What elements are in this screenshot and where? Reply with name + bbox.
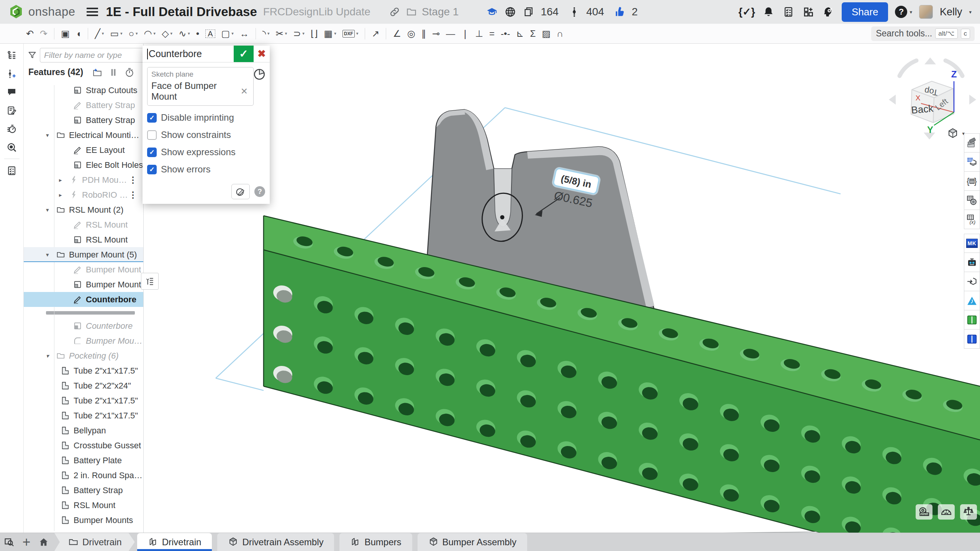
docs-green-icon[interactable] (964, 310, 980, 330)
option-show-constraints[interactable]: Show constraints (147, 130, 265, 140)
ai-advisor-icon[interactable] (822, 5, 835, 18)
chevron-down-icon[interactable]: ▾ (285, 31, 287, 36)
link-icon[interactable] (388, 5, 401, 18)
constraint-coincident-icon[interactable]: ∠ (390, 26, 404, 41)
option-disable-imprinting[interactable]: ✓Disable imprinting (147, 112, 265, 123)
robot-icon[interactable] (964, 253, 980, 272)
chevron-down-icon[interactable]: ▾ (102, 31, 104, 36)
edit-sketch-button[interactable] (231, 184, 250, 199)
chevron-right-icon[interactable]: ▸ (59, 177, 69, 184)
feature-row-electrical-mounting-4[interactable]: ▾Electrical Mounting (4) (24, 128, 143, 143)
user-name[interactable]: Kelly (940, 6, 962, 18)
option-show-expressions[interactable]: ✓Show expressions (147, 147, 265, 157)
performance-icon[interactable] (3, 120, 21, 138)
search-gear-icon[interactable] (3, 138, 21, 156)
constraint-tangent-icon[interactable]: ⊸ (429, 26, 443, 41)
feature-row-roborio-mo[interactable]: ▸RoboRIO Mo...⋮ (24, 187, 143, 202)
workspace-breadcrumb[interactable]: Stage 1 (388, 5, 459, 18)
bom-icon[interactable] (964, 153, 980, 172)
feature-row-strap-cutouts[interactable]: Strap Cutouts (24, 83, 143, 98)
apps-icon[interactable] (802, 5, 815, 18)
feature-row-bumper-mounts[interactable]: Bumper Mounts (24, 513, 143, 528)
constraint-horizontal-icon[interactable]: — (443, 26, 458, 41)
notifications-icon[interactable] (762, 5, 775, 18)
copies-icon[interactable] (522, 5, 535, 18)
comments-icon[interactable] (3, 83, 21, 101)
feature-row-counterbore[interactable]: Counterbore (24, 292, 143, 307)
feature-row-battery-strap[interactable]: Battery Strap (24, 98, 143, 113)
help-menu[interactable]: ? ▾ (895, 6, 912, 18)
measure-icon[interactable]: ↗ (369, 26, 382, 41)
linear-pattern-icon[interactable]: ▦▾ (321, 26, 339, 41)
offset-icon[interactable]: ⊃▾ (290, 26, 308, 41)
feature-script-icon[interactable]: {✓} (738, 6, 755, 18)
constraint-symmetric-icon[interactable]: Σ (527, 26, 539, 41)
dialog-help-icon[interactable]: ? (254, 186, 265, 197)
trim-icon[interactable]: ✂▾ (273, 26, 290, 41)
checkbox-checked-icon[interactable]: ✓ (147, 148, 157, 157)
feature-row-rsl-mount[interactable]: RSL Mount (24, 232, 143, 247)
three-point-arc-icon[interactable]: ◠▾ (141, 26, 159, 41)
insert-new-tab-button[interactable]: + (18, 533, 34, 551)
feature-row-rsl-mount-2[interactable]: ▾RSL Mount (2) (24, 202, 143, 217)
chevron-down-icon[interactable]: ▾ (302, 31, 305, 36)
collapse-tree-button[interactable] (141, 273, 159, 290)
like-icon[interactable] (613, 5, 626, 18)
protractor-icon[interactable] (938, 504, 955, 520)
appearance-icon[interactable] (964, 133, 980, 153)
center-point-circle-icon[interactable]: ○▾ (126, 26, 141, 41)
variables-icon[interactable]: (x) (964, 210, 980, 229)
line-icon[interactable]: ╱▾ (92, 26, 107, 41)
mirror-icon[interactable]: ⌊⌋ (308, 26, 321, 41)
mass-properties-icon[interactable] (960, 504, 977, 520)
constraint-concentric-icon[interactable]: ◎ (404, 26, 418, 41)
feature-row-battery-plate[interactable]: Battery Plate (24, 453, 143, 468)
constraint-curvature-icon[interactable]: ∩ (554, 26, 566, 41)
chevron-down-icon[interactable]: ▾ (188, 31, 190, 36)
checkbox-checked-icon[interactable]: ✓ (147, 165, 157, 174)
versions-icon[interactable] (568, 5, 581, 18)
chevron-down-icon[interactable]: ▾ (170, 31, 173, 36)
search-tools[interactable]: Search tools... alt/⌥ c (871, 26, 975, 41)
sketch-region-icon[interactable]: ▣ (58, 26, 73, 41)
render-icon[interactable] (964, 191, 980, 210)
constraint-parallel-icon[interactable]: ∥ (418, 26, 429, 41)
feature-name-input[interactable]: Counterbore (143, 46, 234, 62)
confirm-button[interactable]: ✓ (234, 46, 254, 62)
named-views-button[interactable]: ▾ (947, 127, 965, 139)
checkbox-unchecked-icon[interactable] (147, 130, 157, 140)
chevron-down-icon[interactable]: ▾ (46, 207, 56, 213)
constraint-equal-icon[interactable]: = (486, 26, 498, 41)
tab-bumper-assembly[interactable]: Bumper Assembly (418, 533, 527, 551)
sketch-only-toggle-icon[interactable] (253, 68, 266, 81)
corner-rectangle-icon[interactable]: ▭▾ (107, 26, 125, 41)
public-icon[interactable] (504, 5, 517, 18)
filter-input[interactable] (40, 48, 144, 62)
feature-row-tube-2-x1-x17-5[interactable]: Tube 2"x1"x17.5" (24, 408, 143, 423)
export-icon[interactable] (964, 272, 980, 291)
feature-row-bumper-mount-fillet[interactable]: Bumper Mount Fillet (24, 333, 143, 348)
tab-folder-drivetrain[interactable]: Drivetrain (54, 533, 135, 551)
feature-row-pocketing-6[interactable]: ▾Pocketing (6) (24, 348, 143, 363)
constraint-midpoint-icon[interactable]: -•- (498, 26, 513, 41)
menu-icon[interactable] (87, 8, 98, 16)
tab-drivetrain-assembly[interactable]: Drivetrain Assembly (217, 533, 334, 551)
feature-row-bellypan[interactable]: Bellypan (24, 423, 143, 438)
cancel-button[interactable]: ✖ (254, 46, 270, 62)
versions-icon[interactable] (3, 64, 21, 83)
constraint-perpendicular-icon[interactable]: ⊥ (472, 26, 486, 41)
feature-row-2-in-round-spacer[interactable]: 2 in. Round Spacer (24, 468, 143, 483)
feature-list-icon[interactable] (3, 46, 21, 64)
feature-row-tube-2-x1-x17-5[interactable]: Tube 2"x1"x17.5" (24, 393, 143, 408)
chevron-down-icon[interactable]: ▾ (136, 31, 138, 36)
polygon-icon[interactable]: ◇▾ (159, 26, 175, 41)
tab-bumpers[interactable]: Bumpers (339, 533, 412, 551)
home-icon[interactable] (34, 533, 53, 551)
education-icon[interactable] (485, 5, 498, 18)
checklist-icon[interactable] (3, 161, 21, 180)
constraint-normal-icon[interactable]: ⊾ (513, 26, 527, 41)
tasks-icon[interactable] (782, 5, 795, 18)
sketch-plane-field[interactable]: Sketch plane Face of Bumper Mount ✕ (147, 67, 254, 106)
dimension-icon[interactable]: ↔ (237, 26, 252, 41)
search-tabs-icon[interactable] (0, 533, 18, 551)
